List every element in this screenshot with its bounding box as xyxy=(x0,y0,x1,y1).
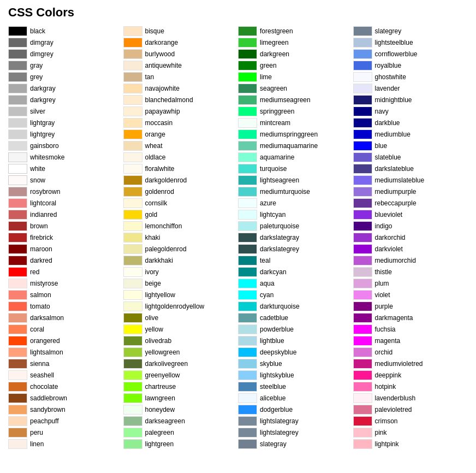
color-swatch xyxy=(238,72,257,82)
color-item: deepskyblue xyxy=(238,346,353,358)
color-item: dimgrey xyxy=(8,48,123,60)
color-item: darkviolet xyxy=(353,243,468,255)
color-item: peru xyxy=(8,427,123,438)
color-name: steelblue xyxy=(260,383,286,391)
color-item: mediumspringgreen xyxy=(238,128,353,140)
color-item: yellow xyxy=(123,323,239,335)
color-swatch xyxy=(353,187,372,197)
color-swatch xyxy=(8,267,27,277)
color-name: violet xyxy=(375,291,390,299)
color-item: cadetblue xyxy=(238,312,353,323)
color-item: darkmagenta xyxy=(353,312,468,323)
color-item: springgreen xyxy=(238,105,353,117)
color-item: forestgreen xyxy=(238,25,353,37)
color-item: darkcyan xyxy=(238,266,353,277)
color-item: oldlace xyxy=(123,151,239,163)
color-name: mediumturquoise xyxy=(260,188,310,196)
color-item: gainsboro xyxy=(8,140,123,151)
color-item: lightgreen xyxy=(123,438,239,450)
color-swatch xyxy=(353,84,372,93)
color-name: mistyrose xyxy=(30,280,58,287)
color-name: mintcream xyxy=(260,119,290,127)
color-swatch xyxy=(238,38,257,48)
color-name: lightgrey xyxy=(30,131,55,138)
color-item: peachpuff xyxy=(8,415,123,427)
color-item: darkolivegreen xyxy=(123,358,239,369)
color-swatch xyxy=(8,118,27,128)
color-item: darkgoldenrod xyxy=(123,174,239,186)
color-swatch xyxy=(8,290,27,300)
color-item: gold xyxy=(123,209,239,220)
color-swatch xyxy=(238,290,257,300)
color-swatch xyxy=(238,187,257,197)
color-name: peru xyxy=(30,429,43,436)
color-name: hotpink xyxy=(375,383,396,391)
color-swatch xyxy=(8,95,27,105)
color-name: indianred xyxy=(30,211,57,218)
color-name: mediumblue xyxy=(375,131,410,138)
color-name: darkviolet xyxy=(375,245,403,253)
color-item: darkturquoise xyxy=(238,300,353,312)
color-item: brown xyxy=(8,220,123,232)
color-swatch xyxy=(353,439,372,449)
color-swatch xyxy=(238,313,257,323)
color-swatch xyxy=(353,198,372,208)
color-item: midnightblue xyxy=(353,94,468,105)
color-name: gold xyxy=(145,211,158,218)
color-name: deeppink xyxy=(375,371,402,379)
color-swatch xyxy=(123,95,142,105)
color-item: tan xyxy=(123,71,239,82)
color-name: moccasin xyxy=(145,119,173,127)
color-item: olive xyxy=(123,312,239,323)
color-name: midnightblue xyxy=(375,96,412,104)
color-swatch xyxy=(238,26,257,36)
color-name: beige xyxy=(145,280,161,287)
color-name: pink xyxy=(375,429,387,436)
color-swatch xyxy=(8,313,27,323)
color-item: lavender xyxy=(353,82,468,94)
color-name: linen xyxy=(30,440,44,448)
color-name: olivedrab xyxy=(145,337,172,345)
color-item: yellowgreen xyxy=(123,346,239,358)
color-item: darkslategray xyxy=(238,232,353,243)
color-swatch xyxy=(123,129,142,139)
color-swatch xyxy=(238,279,257,288)
color-item: paleturquoise xyxy=(238,220,353,232)
color-name: coral xyxy=(30,326,44,333)
color-item: turquoise xyxy=(238,163,353,174)
color-item: aquamarine xyxy=(238,151,353,163)
color-swatch xyxy=(123,382,142,392)
color-name: cornsilk xyxy=(145,199,168,207)
color-swatch xyxy=(8,210,27,220)
color-name: thistle xyxy=(375,268,392,276)
color-swatch xyxy=(8,187,27,197)
color-name: bisque xyxy=(145,27,164,35)
color-swatch xyxy=(353,107,372,116)
color-name: red xyxy=(30,268,39,276)
color-name: teal xyxy=(260,257,270,264)
color-item: indianred xyxy=(8,209,123,220)
color-swatch xyxy=(8,175,27,185)
color-name: mediumorchid xyxy=(375,257,416,264)
color-name: orangered xyxy=(30,337,60,345)
color-swatch xyxy=(8,198,27,208)
color-item: darkslategrey xyxy=(238,243,353,255)
color-name: crimson xyxy=(375,417,398,425)
color-name: chartreuse xyxy=(145,383,176,391)
color-name: burlywood xyxy=(145,50,175,58)
color-name: darkslateblue xyxy=(375,165,414,173)
color-item: powderblue xyxy=(238,323,353,335)
color-name: palegoldenrod xyxy=(145,245,187,253)
color-swatch xyxy=(353,49,372,59)
color-item: skyblue xyxy=(238,358,353,369)
color-swatch xyxy=(353,26,372,36)
color-item: burlywood xyxy=(123,48,239,60)
color-name: orange xyxy=(145,131,165,138)
color-name: lemonchiffon xyxy=(145,222,182,230)
color-swatch xyxy=(353,152,372,162)
color-item: aqua xyxy=(238,277,353,289)
color-item: mediumvioletred xyxy=(353,358,468,369)
color-item: palegreen xyxy=(123,427,239,438)
color-name: cyan xyxy=(260,291,273,299)
color-swatch xyxy=(8,382,27,392)
